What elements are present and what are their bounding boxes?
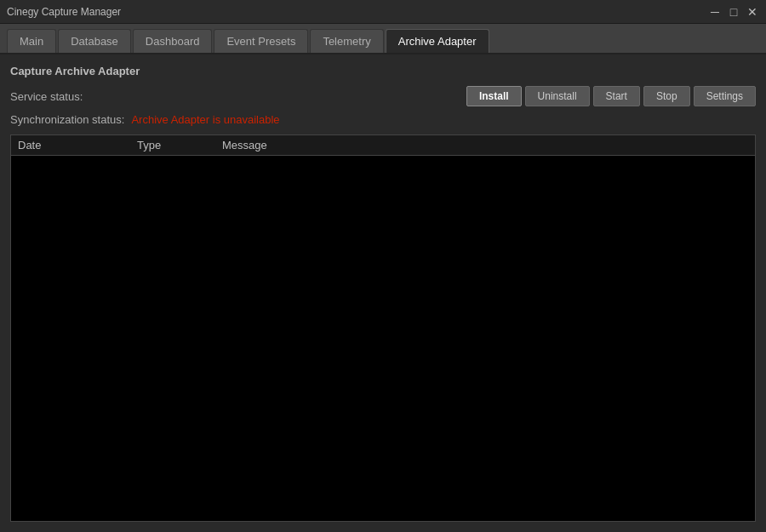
col-message: Message — [222, 139, 748, 152]
stop-button[interactable]: Stop — [643, 86, 690, 106]
sync-status-label: Synchronization status: — [10, 113, 124, 126]
table-body — [11, 156, 755, 521]
tab-main[interactable]: Main — [7, 29, 56, 53]
install-button[interactable]: Install — [466, 86, 522, 106]
uninstall-button[interactable]: Uninstall — [525, 86, 590, 106]
settings-button[interactable]: Settings — [694, 86, 756, 106]
main-window: Main Database Dashboard Event Presets Te… — [0, 24, 766, 532]
window-controls: ─ □ ✕ — [708, 5, 759, 19]
app-title: Cinegy Capture Manager — [7, 6, 121, 18]
table-header: Date Type Message — [11, 135, 755, 156]
close-button[interactable]: ✕ — [746, 5, 759, 19]
maximize-button[interactable]: □ — [727, 5, 740, 19]
sync-status-row: Synchronization status: Archive Adapter … — [10, 113, 756, 126]
tab-dashboard[interactable]: Dashboard — [133, 29, 213, 53]
tab-archive-adapter[interactable]: Archive Adapter — [386, 29, 489, 53]
tab-telemetry[interactable]: Telemetry — [310, 29, 383, 53]
tab-database[interactable]: Database — [58, 29, 131, 53]
service-action-buttons: Install Uninstall Start Stop Settings — [466, 86, 756, 106]
service-status-label: Service status: — [10, 90, 112, 103]
sync-status-value: Archive Adapter is unavailable — [131, 113, 279, 126]
log-table: Date Type Message — [10, 134, 756, 522]
minimize-button[interactable]: ─ — [708, 5, 722, 19]
content-area: Capture Archive Adapter Service status: … — [0, 54, 766, 532]
tab-bar: Main Database Dashboard Event Presets Te… — [0, 24, 766, 54]
col-type: Type — [137, 139, 222, 152]
col-date: Date — [18, 139, 137, 152]
title-bar: Cinegy Capture Manager ─ □ ✕ — [0, 0, 766, 24]
service-status-row: Service status: Install Uninstall Start … — [10, 86, 756, 106]
start-button[interactable]: Start — [593, 86, 640, 106]
section-title: Capture Archive Adapter — [10, 65, 756, 77]
tab-event-presets[interactable]: Event Presets — [214, 29, 308, 53]
